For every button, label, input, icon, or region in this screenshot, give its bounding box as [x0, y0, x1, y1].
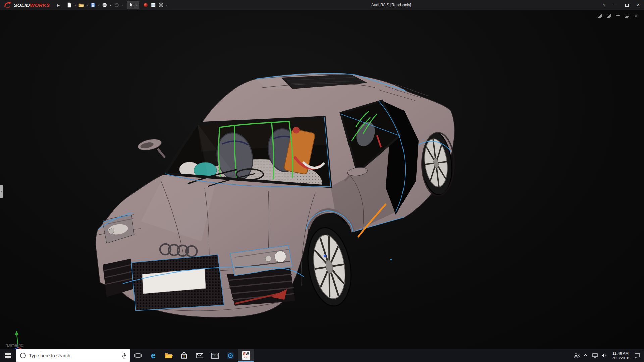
- edge-button[interactable]: e: [146, 349, 161, 362]
- mail-icon: [196, 353, 203, 358]
- graphics-area[interactable]: × *Dimetric ‹: [0, 10, 644, 349]
- select-tool-active-chip: ▾: [127, 1, 139, 9]
- help-button[interactable]: ?: [598, 0, 610, 10]
- people-icon: [574, 353, 580, 358]
- record-button[interactable]: [142, 1, 149, 9]
- network-button[interactable]: [590, 349, 599, 362]
- save-button[interactable]: [89, 1, 97, 9]
- options-dropdown[interactable]: ▾: [165, 4, 169, 7]
- solidworks-2017-icon: SW 2017: [242, 351, 250, 360]
- undo-dropdown[interactable]: ▾: [120, 4, 124, 7]
- open-button[interactable]: [77, 1, 85, 9]
- vertex-point: [390, 259, 392, 260]
- doc-restore-button[interactable]: [624, 13, 630, 19]
- task-view-button[interactable]: [130, 349, 146, 362]
- design-table-button[interactable]: [150, 1, 157, 9]
- windows-logo-icon: [5, 353, 11, 359]
- save-dropdown[interactable]: ▾: [97, 4, 101, 7]
- maximize-button[interactable]: [621, 0, 633, 10]
- cascade-icon: [598, 14, 602, 18]
- solidworks-window: SOLIDWORKS ▶ ▾ ▾: [0, 0, 644, 362]
- action-center-icon: [634, 353, 640, 358]
- clock-date: 7/13/2018: [612, 356, 629, 360]
- design-table-icon: [151, 2, 156, 8]
- document-title: Audi R8 S [Read-only]: [371, 0, 411, 10]
- options-gear-icon: [158, 2, 164, 8]
- start-button[interactable]: [0, 349, 16, 362]
- select-tool-button[interactable]: [127, 1, 135, 9]
- clock-time: 11:46 AM: [612, 351, 629, 356]
- print-button[interactable]: [101, 1, 108, 9]
- taskbar-search: [16, 349, 130, 362]
- mail-button[interactable]: [192, 349, 207, 362]
- pinned-app-button[interactable]: [223, 349, 238, 362]
- solidworks-taskbar-button[interactable]: SW 2017: [238, 349, 254, 362]
- undo-icon: [114, 2, 119, 8]
- options-button[interactable]: [157, 1, 165, 9]
- action-center-button[interactable]: [633, 349, 642, 362]
- search-input[interactable]: [29, 353, 119, 358]
- show-desktop-button[interactable]: [642, 349, 644, 362]
- print-dropdown[interactable]: ▾: [109, 4, 112, 7]
- document-window-controls: ×: [596, 13, 639, 19]
- doc-minimize-icon: [616, 15, 620, 16]
- 3d-viewport-canvas[interactable]: [0, 10, 644, 349]
- hidden-icons-button[interactable]: [581, 349, 590, 362]
- terminal-icon: &gt;_: [211, 353, 219, 359]
- print-icon: [102, 2, 107, 8]
- app-name: SOLIDWORKS: [14, 2, 50, 8]
- solidworks-logo: SOLIDWORKS: [0, 2, 50, 8]
- task-view-icon: [134, 353, 142, 359]
- undo-button[interactable]: [113, 1, 120, 9]
- minimize-icon: [614, 5, 617, 5]
- store-icon: [181, 352, 187, 359]
- new-document-dropdown[interactable]: ▾: [73, 4, 77, 7]
- network-icon: [592, 353, 598, 358]
- car-model[interactable]: [96, 73, 455, 317]
- doc-minimize-button[interactable]: [614, 13, 621, 19]
- system-tray: 11:46 AM 7/13/2018: [572, 349, 644, 362]
- record-sphere-icon: [143, 2, 148, 8]
- select-cursor-icon: [128, 2, 134, 8]
- file-explorer-icon: [165, 352, 173, 359]
- save-icon: [90, 2, 96, 8]
- view-orientation-label: *Dimetric: [5, 343, 23, 348]
- main-toolbar: ▾ ▾ ▾: [66, 0, 169, 10]
- people-button[interactable]: [572, 349, 581, 362]
- doc-close-button[interactable]: ×: [633, 13, 639, 19]
- windows-taskbar: e &gt;_: [0, 349, 644, 362]
- doc-window-icon-1[interactable]: [596, 13, 603, 19]
- open-dropdown[interactable]: ▾: [85, 4, 89, 7]
- open-icon: [78, 2, 84, 8]
- cortana-icon[interactable]: [20, 353, 26, 358]
- microphone-icon[interactable]: [122, 353, 126, 359]
- collapsed-panel-tab[interactable]: ‹: [0, 185, 3, 198]
- volume-icon: [601, 353, 607, 358]
- new-document-button[interactable]: [66, 1, 73, 9]
- doc-restore-icon: [625, 14, 629, 18]
- solidworks-logo-icon: [4, 2, 12, 8]
- taskbar-clock[interactable]: 11:46 AM 7/13/2018: [608, 349, 633, 362]
- store-button[interactable]: [176, 349, 192, 362]
- volume-button[interactable]: [599, 349, 608, 362]
- titlebar: SOLIDWORKS ▶ ▾ ▾: [0, 0, 644, 10]
- chevron-up-icon: [583, 354, 587, 358]
- left-mirror: [137, 137, 165, 158]
- file-explorer-button[interactable]: [161, 349, 176, 362]
- close-button[interactable]: ×: [633, 0, 644, 10]
- edge-icon: e: [151, 351, 156, 360]
- select-tool-dropdown[interactable]: ▾: [135, 4, 139, 7]
- tile-icon: [607, 14, 611, 18]
- new-document-icon: [67, 2, 72, 8]
- window-controls: ? ×: [598, 0, 644, 10]
- minimize-button[interactable]: [610, 0, 621, 10]
- doc-window-icon-2[interactable]: [605, 13, 612, 19]
- pinned-app-icon: [227, 352, 234, 359]
- terminal-button[interactable]: &gt;_: [207, 349, 223, 362]
- menu-expand-arrow-icon[interactable]: ▶: [57, 3, 60, 7]
- maximize-icon: [625, 4, 629, 7]
